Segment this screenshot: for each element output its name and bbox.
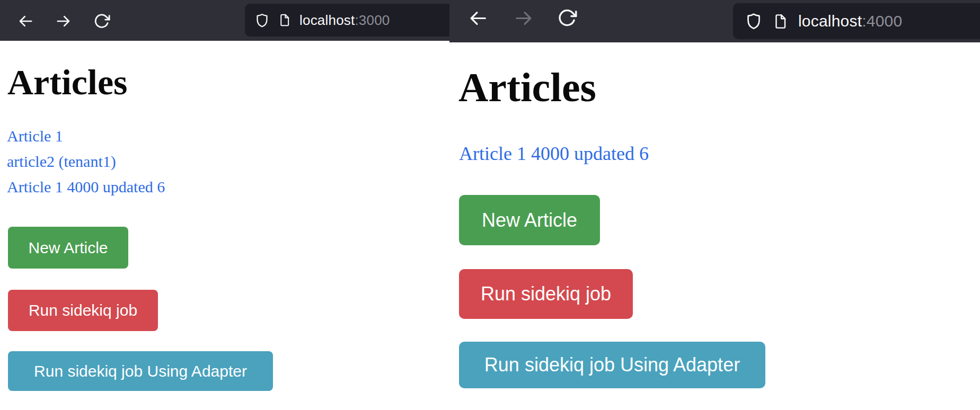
back-button[interactable]: [468, 8, 488, 28]
browser-toolbar: localhost:4000: [449, 0, 980, 42]
article-link-list: Article 1 article2 (tenant1) Article 1 4…: [7, 123, 165, 200]
article-link[interactable]: Article 1: [7, 123, 165, 149]
run-sidekiq-job-adapter-button[interactable]: Run sidekiq job Using Adapter: [8, 351, 273, 391]
article-link[interactable]: Article 1 4000 updated 6: [7, 174, 165, 200]
reload-button[interactable]: [557, 8, 577, 28]
article-link[interactable]: Article 1 4000 updated 6: [459, 141, 649, 166]
article-link-list: Article 1 4000 updated 6: [459, 141, 649, 166]
url-port: :4000: [862, 12, 902, 30]
url-port: :3000: [355, 12, 390, 28]
run-sidekiq-job-button[interactable]: Run sidekiq job: [459, 269, 633, 319]
shield-icon[interactable]: [745, 12, 763, 30]
url-host: localhost: [798, 12, 862, 30]
page-title: Articles: [7, 64, 128, 100]
forward-button[interactable]: [56, 13, 72, 29]
shield-icon[interactable]: [254, 13, 270, 28]
url-bar[interactable]: localhost:4000: [733, 3, 980, 39]
browser-window-3000: localhost:3000 Articles Article 1 articl…: [0, 0, 449, 410]
browser-toolbar: localhost:3000: [0, 0, 449, 41]
browser-window-4000: localhost:4000 Articles Article 1 4000 u…: [449, 0, 980, 410]
url-host: localhost: [299, 12, 355, 28]
forward-button: [514, 8, 534, 28]
url-bar[interactable]: localhost:3000: [245, 4, 449, 37]
page-icon[interactable]: [772, 13, 789, 30]
article-link[interactable]: article2 (tenant1): [7, 149, 165, 174]
reload-button[interactable]: [93, 13, 110, 30]
url-text: localhost:4000: [798, 12, 902, 30]
run-sidekiq-job-button[interactable]: Run sidekiq job: [8, 290, 158, 331]
back-button[interactable]: [17, 13, 33, 29]
new-article-button[interactable]: New Article: [459, 195, 600, 245]
page-icon[interactable]: [278, 13, 292, 27]
url-text: localhost:3000: [299, 12, 390, 29]
run-sidekiq-job-adapter-button[interactable]: Run sidekiq job Using Adapter: [459, 342, 765, 388]
new-article-button[interactable]: New Article: [8, 227, 128, 269]
page-title: Articles: [458, 67, 596, 108]
screenshot: localhost:3000 Articles Article 1 articl…: [0, 0, 980, 410]
